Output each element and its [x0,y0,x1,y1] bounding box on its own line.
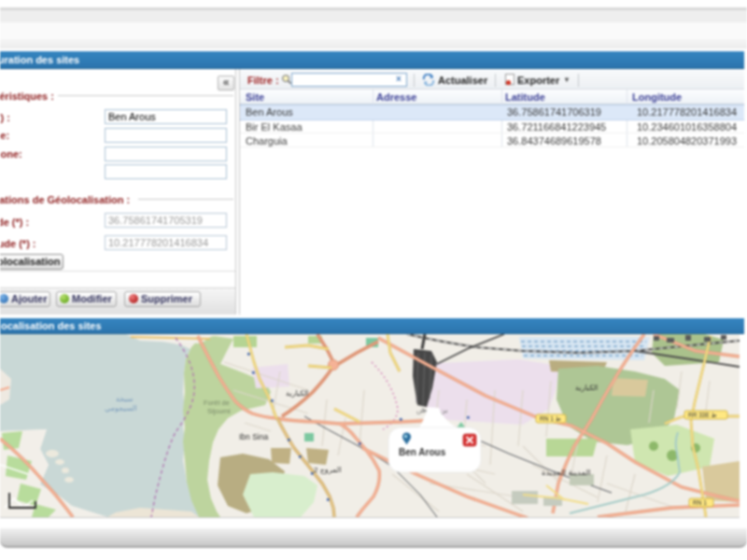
svg-text:المدينة الجديدة: المدينة الجديدة [542,468,590,477]
svg-text:الكبارية: الكبارية [286,389,308,398]
svg-text:الكبارية: الكبارية [575,384,598,392]
svg-text:المروج 2: المروج 2 [314,466,341,474]
svg-text:السيجومي: السيجومي [105,404,136,413]
svg-text:Sijoumi: Sijoumi [207,407,231,415]
svg-text:Ben Arous: Ben Arous [399,447,446,457]
svg-text:Forêt de: Forêt de [204,399,230,407]
svg-text:RN 1 ط: RN 1 ط [540,415,561,422]
svg-text:سبخة: سبخة [116,395,134,403]
svg-text:RN 1: RN 1 [693,499,707,506]
svg-text:RR 33E ط: RR 33E ط [688,412,717,418]
svg-text:Ibn Sina: Ibn Sina [239,432,268,441]
